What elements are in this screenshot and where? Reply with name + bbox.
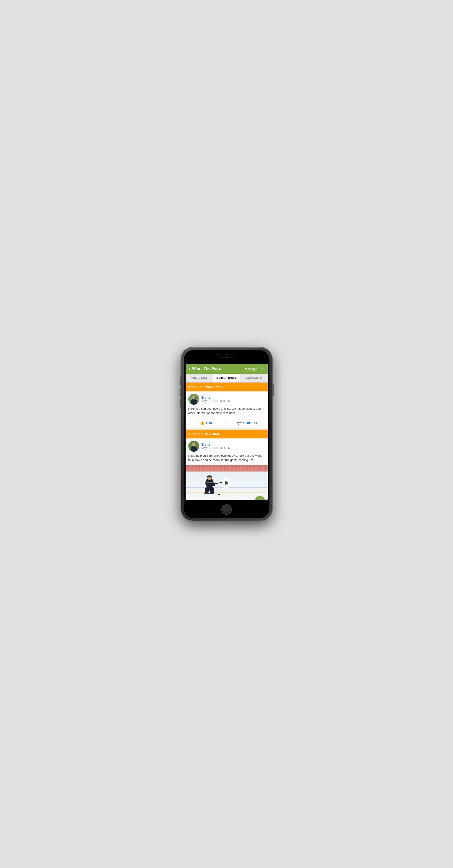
- svg-rect-11: [192, 446, 195, 447]
- speaker: [220, 357, 233, 359]
- header-right: Manage ⋮: [245, 366, 264, 371]
- play-button[interactable]: [222, 478, 232, 488]
- phone-inner: ‹ Winni The Pegs Manage ⋮ What's New Bul…: [184, 350, 269, 518]
- svg-rect-20: [209, 493, 214, 494]
- author-name: Trent: [201, 396, 230, 399]
- post-card: Check out this video! ⋮: [186, 382, 268, 428]
- post-body: Here you can post news articles, techniq…: [186, 406, 268, 418]
- like-label: Like: [206, 421, 212, 425]
- back-button[interactable]: ‹: [189, 366, 190, 371]
- home-button[interactable]: [222, 505, 232, 515]
- svg-point-14: [207, 476, 212, 480]
- tab-discussions[interactable]: Discussions: [240, 374, 268, 382]
- app-header: ‹ Winni The Pegs Manage ⋮: [186, 364, 268, 374]
- author-date: May 16, 2018 03:15 PM: [201, 399, 230, 403]
- post-header-bar: Check out this video! ⋮: [186, 382, 268, 392]
- post-menu-icon[interactable]: ⋮: [261, 432, 265, 436]
- post-actions: 👍 Like 💬 Comment: [186, 418, 268, 428]
- author-info: Trent May 16, 2018 03:05 PM: [201, 442, 230, 450]
- svg-rect-19: [204, 493, 209, 494]
- svg-point-5: [192, 396, 195, 399]
- post-title: Video on Slap Shot!: [188, 432, 221, 436]
- author-info: Trent May 16, 2018 03:15 PM: [201, 396, 230, 403]
- comment-label: Comment: [243, 421, 257, 425]
- post-title: Check out this video!: [188, 385, 223, 389]
- svg-point-10: [192, 443, 195, 446]
- header-menu-icon[interactable]: ⋮: [260, 366, 264, 371]
- comment-button[interactable]: 💬 Comment: [227, 420, 268, 426]
- video-thumbnail[interactable]: [186, 465, 268, 500]
- hockey-player: [197, 471, 224, 497]
- post-menu-icon[interactable]: ⋮: [261, 385, 265, 389]
- post-author-row: Trent May 16, 2018 03:15 PM: [186, 392, 268, 406]
- manage-button[interactable]: Manage: [245, 367, 257, 371]
- svg-point-23: [218, 494, 220, 495]
- tab-bulletin-board[interactable]: Bulletin Board: [213, 374, 240, 382]
- tab-bar: What's New Bulletin Board Discussions: [186, 374, 268, 382]
- avatar: [188, 394, 199, 405]
- fab-plus-icon: +: [258, 498, 261, 500]
- front-camera: [218, 354, 219, 356]
- header-title: Winni The Pegs: [192, 366, 221, 371]
- like-button[interactable]: 👍 Like: [186, 420, 227, 426]
- phone-screen: ‹ Winni The Pegs Manage ⋮ What's New Bul…: [186, 364, 268, 500]
- comment-icon: 💬: [237, 421, 242, 425]
- avatar: [188, 441, 199, 452]
- post-body: Need help on Slap Shot technique? Check …: [186, 454, 268, 465]
- phone-frame: ‹ Winni The Pegs Manage ⋮ What's New Bul…: [181, 347, 272, 521]
- post-card: Video on Slap Shot! ⋮: [186, 430, 268, 500]
- tab-whats-new[interactable]: What's New: [186, 374, 213, 382]
- author-name: Trent: [201, 442, 230, 446]
- post-author-row: Trent May 16, 2018 03:05 PM: [186, 438, 268, 454]
- posts-container: Check out this video! ⋮: [186, 382, 268, 500]
- like-icon: 👍: [200, 421, 204, 425]
- camera-lens: [226, 354, 228, 356]
- svg-rect-6: [192, 399, 195, 400]
- author-date: May 16, 2018 03:05 PM: [201, 446, 230, 450]
- header-left: ‹ Winni The Pegs: [189, 366, 221, 371]
- play-icon: [225, 480, 229, 485]
- post-header-bar: Video on Slap Shot! ⋮: [186, 430, 268, 438]
- svg-rect-16: [222, 485, 222, 489]
